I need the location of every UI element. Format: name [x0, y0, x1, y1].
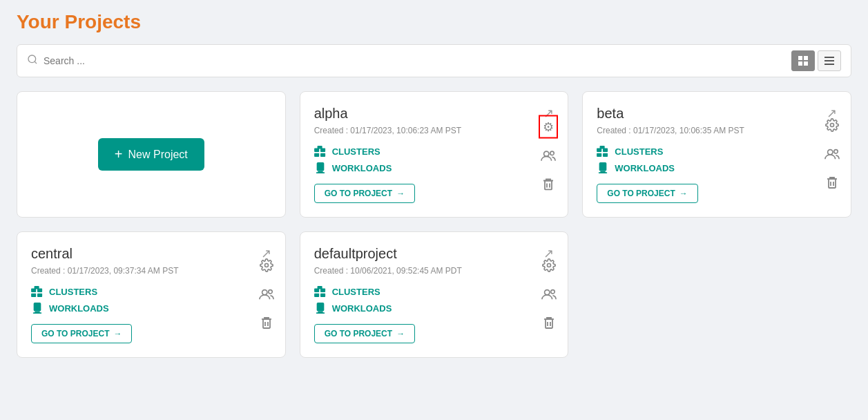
goto-project-button-alpha[interactable]: GO TO PROJECT →: [314, 184, 415, 203]
users-icon-beta[interactable]: [824, 148, 840, 164]
workloads-link-beta[interactable]: WORKLOADS: [597, 162, 837, 174]
project-name-defaultproject: defaultproject: [314, 246, 397, 262]
workloads-link-defaultproject[interactable]: WORKLOADS: [314, 302, 554, 314]
goto-project-button-defaultproject[interactable]: GO TO PROJECT →: [314, 324, 415, 343]
project-links-central: CLUSTERS WORKLOADS: [31, 285, 271, 314]
delete-icon-alpha[interactable]: [543, 178, 554, 193]
svg-rect-24: [597, 153, 601, 157]
svg-rect-33: [829, 179, 836, 188]
settings-icon-alpha[interactable]: ⚙: [540, 116, 557, 137]
svg-point-46: [268, 289, 272, 294]
clusters-link-central[interactable]: CLUSTERS: [31, 285, 271, 298]
svg-point-45: [262, 289, 267, 294]
settings-icon-beta[interactable]: [825, 118, 839, 135]
project-card-defaultproject: defaultproject ↗ Created : 10/06/2021, 0…: [300, 231, 569, 358]
clusters-link-alpha[interactable]: CLUSTERS: [314, 145, 554, 158]
svg-line-1: [35, 61, 37, 64]
workloads-label-central: WORKLOADS: [49, 303, 109, 314]
clusters-label-alpha: CLUSTERS: [332, 146, 380, 157]
goto-label-defaultproject: GO TO PROJECT: [325, 329, 392, 338]
card-actions-alpha: ⚙: [540, 116, 557, 193]
grid-view-button[interactable]: [791, 50, 815, 71]
page-title: Your Projects: [17, 11, 851, 33]
users-icon-central[interactable]: [259, 288, 274, 304]
clusters-link-defaultproject[interactable]: CLUSTERS: [314, 285, 554, 298]
svg-rect-19: [545, 180, 552, 189]
goto-project-button-beta[interactable]: GO TO PROJECT →: [597, 184, 697, 203]
workloads-icon-defaultproject: [314, 302, 327, 314]
svg-rect-29: [599, 172, 607, 173]
svg-rect-4: [798, 61, 802, 66]
project-card-central: central ↗ Created : 01/17/2023, 09:37:34…: [17, 231, 286, 358]
svg-rect-38: [31, 294, 36, 297]
goto-label-alpha: GO TO PROJECT: [325, 189, 392, 198]
project-card-beta: beta ↗ Created : 01/17/2023, 10:06:35 AM…: [582, 91, 851, 218]
project-links-alpha: CLUSTERS WORKLOADS: [314, 145, 554, 174]
svg-rect-16: [316, 172, 324, 173]
clusters-label-beta: CLUSTERS: [615, 146, 663, 157]
svg-rect-12: [320, 153, 325, 157]
clusters-icon-beta: [597, 145, 609, 158]
settings-icon-defaultproject[interactable]: [542, 258, 556, 276]
svg-rect-54: [317, 286, 322, 289]
svg-rect-6: [824, 57, 834, 58]
svg-rect-14: [316, 162, 324, 171]
search-bar: [17, 44, 851, 77]
workloads-label-beta: WORKLOADS: [615, 163, 675, 173]
delete-icon-defaultproject[interactable]: [543, 316, 554, 332]
svg-rect-39: [37, 294, 42, 297]
view-toggle: [791, 50, 841, 71]
workloads-link-alpha[interactable]: WORKLOADS: [314, 162, 554, 174]
workloads-icon-central: [31, 302, 44, 314]
workloads-icon-alpha: [314, 162, 327, 174]
workloads-icon-beta: [597, 162, 609, 174]
clusters-icon-central: [31, 285, 44, 298]
clusters-label-defaultproject: CLUSTERS: [332, 287, 380, 297]
workloads-label-defaultproject: WORKLOADS: [332, 303, 392, 314]
svg-rect-52: [314, 294, 319, 297]
delete-icon-beta[interactable]: [827, 176, 838, 191]
search-input[interactable]: [44, 55, 783, 66]
svg-rect-3: [804, 56, 808, 60]
goto-label-beta: GO TO PROJECT: [607, 189, 675, 198]
goto-project-button-central[interactable]: GO TO PROJECT →: [31, 324, 132, 343]
svg-rect-61: [546, 319, 552, 328]
svg-rect-41: [34, 303, 41, 311]
svg-point-60: [551, 289, 555, 294]
arrow-icon-beta: →: [679, 189, 688, 198]
svg-point-31: [828, 149, 833, 154]
svg-rect-7: [824, 60, 834, 61]
new-project-card: + New Project: [17, 91, 286, 218]
delete-icon-central[interactable]: [261, 316, 272, 332]
clusters-link-beta[interactable]: CLUSTERS: [597, 145, 837, 158]
clusters-label-central: CLUSTERS: [49, 287, 97, 297]
svg-rect-25: [603, 153, 608, 157]
svg-rect-53: [320, 294, 325, 297]
arrow-icon-alpha: →: [396, 189, 405, 198]
card-actions-beta: [824, 118, 840, 191]
list-view-button[interactable]: [818, 50, 841, 71]
svg-rect-47: [263, 319, 270, 328]
settings-icon-central[interactable]: [260, 258, 273, 276]
svg-rect-26: [600, 146, 605, 149]
workloads-link-central[interactable]: WORKLOADS: [31, 302, 271, 314]
svg-rect-55: [316, 303, 324, 311]
new-project-label: New Project: [128, 149, 188, 161]
project-date-central: Created : 01/17/2023, 09:37:34 AM PST: [31, 266, 271, 276]
project-date-beta: Created : 01/17/2023, 10:06:35 AM PST: [597, 126, 837, 135]
project-name-alpha: alpha: [314, 106, 348, 122]
card-actions-defaultproject: [541, 258, 557, 332]
arrow-icon-central: →: [113, 329, 122, 338]
svg-rect-13: [317, 146, 322, 149]
new-project-button[interactable]: + New Project: [98, 138, 204, 171]
card-actions-central: [259, 258, 274, 332]
clusters-icon-alpha: [314, 145, 327, 158]
svg-point-58: [548, 263, 551, 267]
clusters-icon-defaultproject: [314, 285, 327, 298]
svg-point-59: [545, 289, 550, 294]
svg-rect-8: [824, 64, 834, 65]
svg-point-17: [544, 151, 549, 156]
users-icon-alpha[interactable]: [541, 149, 556, 165]
arrow-icon-defaultproject: →: [396, 329, 405, 338]
users-icon-defaultproject[interactable]: [541, 288, 557, 304]
